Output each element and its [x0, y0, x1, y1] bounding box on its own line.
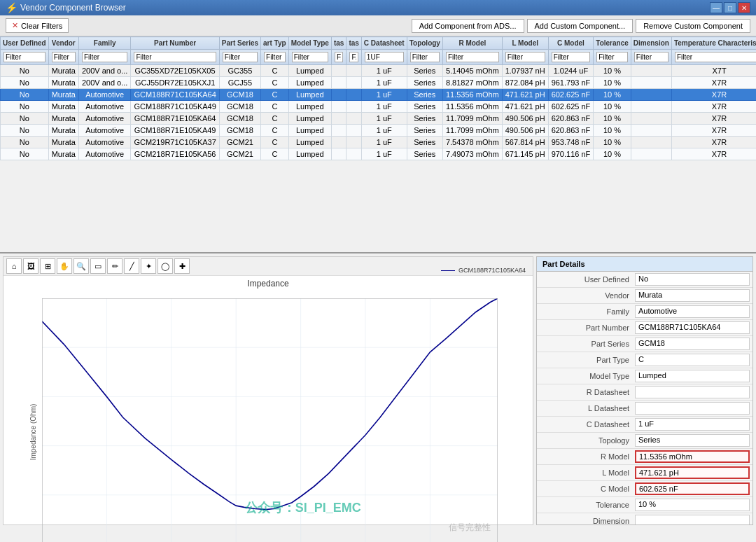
table-filter-cell[interactable] — [442, 50, 502, 65]
table-cell: Series — [407, 77, 442, 89]
table-wrapper[interactable]: User DefinedVendorFamilyPart NumberPart … — [0, 36, 756, 252]
filter-input[interactable] — [365, 52, 404, 62]
chart-line-button[interactable]: ╱ — [124, 258, 139, 274]
chart-home-button[interactable]: ⌂ — [6, 258, 22, 274]
table-filter-cell[interactable] — [502, 50, 548, 65]
chart-pan-button[interactable]: ✋ — [57, 258, 72, 274]
add-from-ads-button[interactable]: Add Component from ADS... — [412, 19, 524, 33]
filter-input[interactable] — [446, 52, 499, 62]
table-cell: X7R — [671, 113, 756, 125]
filter-input[interactable] — [335, 52, 343, 62]
detail-value[interactable]: C — [635, 354, 750, 366]
detail-row: Part TypeC — [537, 352, 752, 368]
detail-value[interactable]: 11.5356 mOhm — [635, 450, 750, 463]
filter-input[interactable] — [505, 52, 545, 62]
table-filter-cell[interactable] — [261, 50, 289, 65]
table-filter-cell[interactable] — [78, 50, 130, 65]
table-cell: 1 uF — [361, 148, 407, 160]
table-filter-cell[interactable] — [219, 50, 260, 65]
detail-value[interactable]: Lumped — [635, 370, 750, 382]
detail-value[interactable]: No — [635, 273, 750, 286]
table-cell: Automotive — [78, 113, 130, 125]
detail-value[interactable] — [635, 515, 750, 525]
table-filter-cell[interactable] — [407, 50, 442, 65]
table-row[interactable]: NoMurata200V and o...GCJ55DR72E105KXJ1GC… — [1, 77, 757, 89]
filter-input[interactable] — [264, 52, 286, 62]
maximize-button[interactable]: □ — [724, 2, 736, 13]
close-button[interactable]: ✕ — [738, 2, 750, 13]
table-cell: Series — [407, 148, 442, 160]
detail-value[interactable]: 471.621 pH — [635, 466, 750, 479]
table-header-cell: Vendor — [48, 37, 78, 50]
chart-image-button[interactable]: 🖼 — [23, 258, 38, 274]
filter-input[interactable] — [675, 52, 756, 62]
table-cell: GCM188R71E105KA49 — [131, 125, 219, 137]
table-row[interactable]: NoMurata200V and o...GC355XD72E105KX05GC… — [1, 65, 757, 77]
filter-input[interactable] — [223, 52, 258, 62]
table-cell: C — [261, 101, 289, 113]
table-row[interactable]: NoMurataAutomotiveGCM219R71C105KA37GCM21… — [1, 137, 757, 148]
table-filter-cell[interactable] — [361, 50, 407, 65]
minimize-button[interactable]: — — [710, 2, 722, 13]
table-header-cell: L Model — [502, 37, 548, 50]
table-cell: GCM18 — [219, 89, 260, 101]
detail-value[interactable]: 1 uF — [635, 418, 750, 431]
chart-select-button[interactable]: ▭ — [90, 258, 106, 274]
table-filter-cell[interactable] — [594, 50, 631, 65]
table-cell: 490.506 pH — [502, 113, 548, 125]
chart-marker-button[interactable]: ✦ — [141, 258, 156, 274]
detail-value[interactable]: GCM18 — [635, 338, 750, 350]
detail-value[interactable] — [635, 386, 750, 398]
filter-input[interactable] — [134, 52, 216, 62]
table-cell — [331, 77, 346, 89]
table-filter-cell[interactable] — [1, 50, 49, 65]
detail-value[interactable]: Automotive — [635, 305, 750, 318]
table-cell — [346, 137, 361, 148]
table-filter-cell[interactable] — [548, 50, 594, 65]
table-cell: 10 % — [594, 137, 631, 148]
detail-value[interactable]: 602.625 nF — [635, 482, 750, 495]
add-custom-button[interactable]: Add Custom Component... — [527, 19, 634, 33]
table-filter-cell[interactable] — [131, 50, 219, 65]
detail-row: TopologySeries — [537, 433, 752, 449]
detail-value[interactable] — [635, 402, 750, 415]
detail-label: Part Number — [537, 322, 635, 333]
filter-input[interactable] — [552, 52, 591, 62]
table-filter-cell[interactable] — [288, 50, 331, 65]
table-row[interactable]: NoMurataAutomotiveGCM188R71C105KA49GCM18… — [1, 101, 757, 113]
detail-value[interactable]: Series — [635, 434, 750, 447]
table-header-cell: Part Number — [131, 37, 219, 50]
table-filter-cell[interactable] — [48, 50, 78, 65]
clear-filters-button[interactable]: ✕ Clear Filters — [6, 18, 69, 33]
filter-input[interactable] — [292, 52, 328, 62]
table-cell: 671.145 pH — [502, 148, 548, 160]
filter-input[interactable] — [4, 52, 46, 62]
table-filter-cell[interactable] — [631, 50, 671, 65]
chart-circle-button[interactable]: ◯ — [158, 258, 173, 274]
chart-pen-button[interactable]: ✏ — [107, 258, 122, 274]
detail-value[interactable]: 10 % — [635, 499, 750, 511]
chart-grid-button[interactable]: ⊞ — [40, 258, 55, 274]
filter-input[interactable] — [349, 52, 358, 62]
remove-custom-button[interactable]: Remove Custom Component — [636, 19, 750, 33]
table-cell: 11.7099 mOhm — [442, 125, 502, 137]
chart-zoom-button[interactable]: 🔍 — [74, 258, 89, 274]
table-filter-cell[interactable] — [346, 50, 361, 65]
filter-input[interactable] — [82, 52, 127, 62]
table-row[interactable]: NoMurataAutomotiveGCM188R71C105KA64GCM18… — [1, 89, 757, 101]
table-row[interactable]: NoMurataAutomotiveGCM188R71E105KA49GCM18… — [1, 125, 757, 137]
table-cell — [331, 89, 346, 101]
filter-input[interactable] — [596, 52, 628, 62]
chart-cross-button[interactable]: ✚ — [174, 258, 190, 274]
filter-input[interactable] — [410, 52, 440, 62]
table-filter-cell[interactable] — [331, 50, 346, 65]
detail-value[interactable]: Murata — [635, 289, 750, 302]
table-filter-cell[interactable] — [671, 50, 756, 65]
table-row[interactable]: NoMurataAutomotiveGCM188R71E105KA64GCM18… — [1, 113, 757, 125]
filter-input[interactable] — [634, 52, 668, 62]
table-row[interactable]: NoMurataAutomotiveGCM218R71E105KA56GCM21… — [1, 148, 757, 160]
part-details-fields: User DefinedNoVendorMurataFamilyAutomoti… — [537, 272, 752, 525]
detail-value[interactable]: GCM188R71C105KA64 — [635, 321, 750, 334]
filter-input[interactable] — [52, 52, 76, 62]
table-cell: X7R — [671, 77, 756, 89]
